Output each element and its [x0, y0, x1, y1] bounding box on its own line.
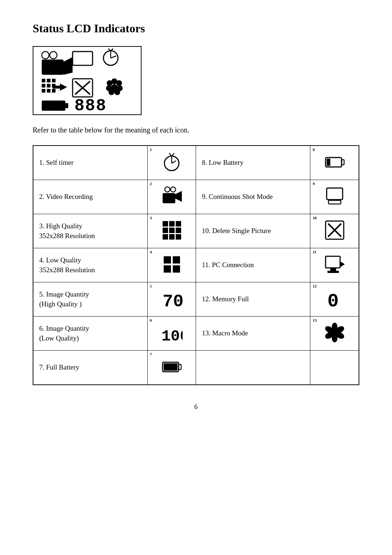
svg-rect-53 — [169, 228, 175, 233]
svg-rect-32 — [42, 101, 65, 111]
icon-video-recording: 2 — [147, 180, 196, 214]
label-macro-mode: 13. Macro Mode — [196, 317, 310, 351]
svg-point-44 — [171, 187, 176, 192]
svg-text:0: 0 — [327, 291, 339, 309]
svg-rect-49 — [163, 221, 168, 227]
svg-rect-56 — [169, 234, 175, 240]
label-continuous-shot: 9. Continuous Shot Mode — [196, 180, 310, 214]
label-delete-single: 10. Delete Single Picture — [196, 214, 310, 248]
svg-marker-3 — [64, 57, 73, 75]
label-low-battery: 8. Low Battery — [196, 146, 310, 180]
svg-rect-48 — [328, 200, 341, 204]
label-pc-connection: 11. PC Connection — [196, 248, 310, 282]
svg-text:70: 70 — [163, 292, 183, 309]
icon-high-quality: 3 — [147, 214, 196, 248]
svg-rect-13 — [42, 84, 45, 87]
svg-rect-2 — [42, 60, 64, 75]
svg-rect-51 — [176, 221, 181, 227]
svg-rect-12 — [52, 79, 56, 82]
icon-memory-full: 12 0 — [310, 282, 359, 317]
svg-marker-46 — [175, 191, 182, 202]
page-content: Status LCD Indicators — [33, 22, 359, 385]
svg-marker-19 — [60, 83, 67, 91]
label-memory-full: 12. Memory Full — [196, 282, 310, 317]
icon-self-timer: 1 — [147, 146, 196, 180]
icon-low-quality: 4 — [147, 248, 196, 282]
svg-rect-68 — [327, 271, 339, 273]
lcd-display-image: 888 — [33, 46, 142, 115]
svg-rect-16 — [42, 89, 45, 93]
svg-point-27 — [116, 80, 122, 86]
label-low-quality: 4. Low Quality352x288 Resolution — [33, 248, 147, 282]
svg-point-0 — [42, 52, 49, 59]
label-self-timer: 1. Self timer — [33, 146, 147, 180]
table-row: 2. Video Recording 2 9. Continuous Shot … — [33, 180, 359, 214]
svg-text:888: 888 — [74, 97, 107, 113]
svg-rect-64 — [173, 265, 180, 273]
svg-rect-41 — [342, 160, 344, 165]
label-image-qty-low: 6. Image Quantity(Low Quality) — [33, 317, 147, 351]
page-number: 6 — [195, 403, 198, 411]
svg-rect-55 — [163, 234, 168, 240]
svg-rect-61 — [164, 256, 171, 264]
description-text: Refer to the table below for the meaning… — [33, 126, 359, 134]
svg-rect-4 — [73, 52, 93, 65]
table-row: 3. High Quality352x288 Resolution 3 — [33, 214, 359, 248]
label-image-qty-high: 5. Image Quantity(High Quality ) — [33, 282, 147, 317]
svg-rect-18 — [52, 89, 56, 93]
svg-point-31 — [106, 85, 112, 91]
icon-delete-single: 10 — [310, 214, 359, 248]
icon-image-qty-high: 5 70 — [147, 282, 196, 317]
svg-text:100: 100 — [162, 328, 183, 343]
label-high-quality: 3. High Quality352x288 Resolution — [33, 214, 147, 248]
svg-rect-14 — [47, 84, 50, 87]
icon-low-battery: 8 — [310, 146, 359, 180]
table-row: 1. Self timer 1 8. Low Battery 8 — [33, 146, 359, 180]
svg-rect-57 — [176, 234, 181, 240]
table-row: 4. Low Quality352x288 Resolution 4 11. P… — [33, 248, 359, 282]
svg-rect-42 — [327, 159, 330, 166]
svg-rect-45 — [163, 193, 175, 203]
svg-point-29 — [114, 89, 120, 95]
svg-rect-63 — [164, 265, 171, 273]
svg-rect-10 — [42, 79, 45, 82]
page-footer: 6 — [29, 403, 363, 411]
icon-pc-connection: 11 — [310, 248, 359, 282]
svg-line-37 — [172, 161, 176, 163]
label-full-battery: 7. Full Battery — [33, 351, 147, 385]
label-video-recording: 2. Video Recording — [33, 180, 147, 214]
svg-rect-50 — [169, 221, 175, 227]
svg-marker-66 — [340, 261, 345, 267]
svg-line-7 — [111, 56, 116, 58]
svg-rect-52 — [163, 228, 168, 233]
svg-rect-20 — [53, 86, 60, 89]
svg-rect-67 — [330, 268, 336, 271]
table-row: 6. Image Quantity(Low Quality) 6 100 13.… — [33, 317, 359, 351]
icon-full-battery: 7 — [147, 351, 196, 385]
svg-rect-17 — [47, 89, 50, 93]
svg-rect-81 — [164, 363, 177, 371]
svg-rect-54 — [176, 228, 181, 233]
svg-point-43 — [165, 187, 170, 192]
icon-image-qty-low: 6 100 — [147, 317, 196, 351]
table-row: 7. Full Battery 7 — [33, 351, 359, 385]
svg-rect-65 — [326, 256, 340, 268]
svg-rect-62 — [173, 256, 180, 264]
svg-rect-47 — [327, 188, 343, 200]
svg-point-78 — [331, 329, 338, 336]
svg-rect-33 — [65, 103, 68, 108]
svg-rect-80 — [179, 364, 181, 370]
indicator-table: 1. Self timer 1 8. Low Battery 8 — [33, 145, 359, 385]
icon-macro-mode: 13 — [310, 317, 359, 351]
icon-empty-right — [310, 351, 359, 385]
svg-rect-11 — [47, 79, 50, 82]
page-title: Status LCD Indicators — [33, 22, 359, 35]
label-empty-right — [196, 351, 310, 385]
icon-continuous-shot: 9 — [310, 180, 359, 214]
table-row: 5. Image Quantity(High Quality ) 5 70 12… — [33, 282, 359, 317]
svg-point-1 — [50, 52, 57, 59]
